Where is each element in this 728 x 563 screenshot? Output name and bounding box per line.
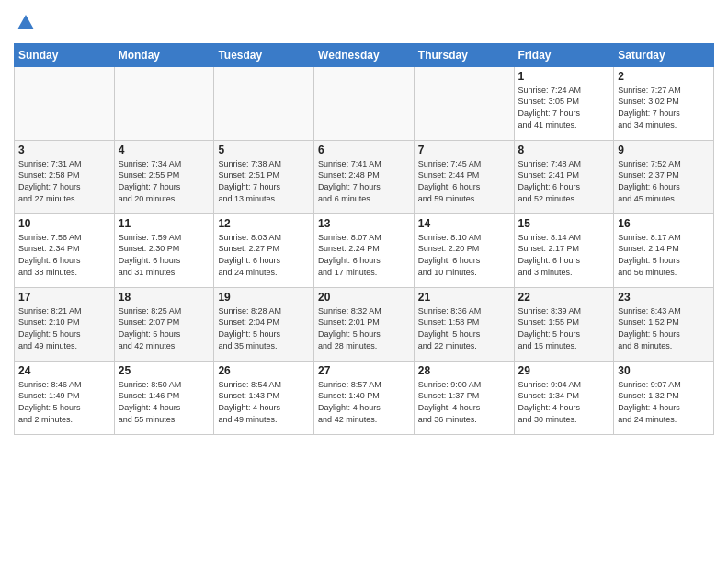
calendar-cell — [214, 66, 314, 140]
calendar-cell: 11Sunrise: 7:59 AM Sunset: 2:30 PM Dayli… — [114, 213, 214, 287]
day-number: 12 — [218, 217, 310, 230]
calendar-cell: 27Sunrise: 8:57 AM Sunset: 1:40 PM Dayli… — [314, 361, 415, 434]
calendar-cell — [414, 66, 514, 140]
day-info: Sunrise: 8:17 AM Sunset: 2:14 PM Dayligh… — [618, 232, 710, 278]
week-row-5: 24Sunrise: 8:46 AM Sunset: 1:49 PM Dayli… — [15, 361, 714, 434]
calendar-cell: 13Sunrise: 8:07 AM Sunset: 2:24 PM Dayli… — [314, 213, 415, 287]
day-info: Sunrise: 8:25 AM Sunset: 2:07 PM Dayligh… — [119, 305, 210, 351]
calendar-cell: 19Sunrise: 8:28 AM Sunset: 2:04 PM Dayli… — [214, 287, 314, 361]
calendar-cell: 15Sunrise: 8:14 AM Sunset: 2:17 PM Dayli… — [514, 213, 614, 287]
day-info: Sunrise: 8:43 AM Sunset: 1:52 PM Dayligh… — [618, 305, 710, 351]
calendar-cell: 22Sunrise: 8:39 AM Sunset: 1:55 PM Dayli… — [514, 287, 614, 361]
logo — [14, 13, 36, 38]
calendar-cell — [15, 66, 115, 140]
calendar-cell: 6Sunrise: 7:41 AM Sunset: 2:48 PM Daylig… — [314, 140, 415, 213]
day-info: Sunrise: 8:32 AM Sunset: 2:01 PM Dayligh… — [318, 305, 410, 351]
day-number: 7 — [418, 144, 510, 156]
calendar-cell: 21Sunrise: 8:36 AM Sunset: 1:58 PM Dayli… — [414, 287, 514, 361]
week-row-2: 3Sunrise: 7:31 AM Sunset: 2:58 PM Daylig… — [15, 140, 714, 213]
week-row-1: 1Sunrise: 7:24 AM Sunset: 3:05 PM Daylig… — [15, 66, 714, 140]
day-number: 17 — [18, 291, 110, 304]
calendar-cell: 1Sunrise: 7:24 AM Sunset: 3:05 PM Daylig… — [514, 66, 614, 140]
day-info: Sunrise: 8:46 AM Sunset: 1:49 PM Dayligh… — [18, 379, 110, 425]
day-number: 15 — [518, 217, 610, 230]
day-info: Sunrise: 9:00 AM Sunset: 1:37 PM Dayligh… — [418, 379, 510, 425]
day-info: Sunrise: 7:59 AM Sunset: 2:30 PM Dayligh… — [119, 232, 210, 278]
day-info: Sunrise: 7:56 AM Sunset: 2:34 PM Dayligh… — [18, 232, 110, 278]
day-info: Sunrise: 8:28 AM Sunset: 2:04 PM Dayligh… — [218, 305, 310, 351]
calendar-cell: 14Sunrise: 8:10 AM Sunset: 2:20 PM Dayli… — [414, 213, 514, 287]
day-number: 18 — [119, 291, 210, 304]
calendar-cell: 23Sunrise: 8:43 AM Sunset: 1:52 PM Dayli… — [614, 287, 714, 361]
header — [14, 9, 714, 38]
calendar-cell: 16Sunrise: 8:17 AM Sunset: 2:14 PM Dayli… — [614, 213, 714, 287]
day-number: 1 — [518, 70, 610, 83]
calendar-cell: 5Sunrise: 7:38 AM Sunset: 2:51 PM Daylig… — [214, 140, 314, 213]
weekday-monday: Monday — [114, 43, 214, 66]
calendar-cell: 8Sunrise: 7:48 AM Sunset: 2:41 PM Daylig… — [514, 140, 614, 213]
day-info: Sunrise: 8:39 AM Sunset: 1:55 PM Dayligh… — [518, 305, 610, 351]
day-number: 13 — [318, 217, 410, 230]
day-info: Sunrise: 7:52 AM Sunset: 2:37 PM Dayligh… — [618, 158, 710, 204]
day-number: 29 — [518, 364, 610, 377]
calendar-cell: 20Sunrise: 8:32 AM Sunset: 2:01 PM Dayli… — [314, 287, 415, 361]
calendar-cell: 12Sunrise: 8:03 AM Sunset: 2:27 PM Dayli… — [214, 213, 314, 287]
day-number: 4 — [119, 144, 210, 156]
day-number: 3 — [18, 144, 110, 156]
calendar-cell — [114, 66, 214, 140]
day-number: 23 — [618, 291, 710, 304]
day-number: 2 — [618, 70, 710, 83]
calendar-cell: 9Sunrise: 7:52 AM Sunset: 2:37 PM Daylig… — [614, 140, 714, 213]
calendar-cell: 24Sunrise: 8:46 AM Sunset: 1:49 PM Dayli… — [15, 361, 115, 434]
day-info: Sunrise: 8:50 AM Sunset: 1:46 PM Dayligh… — [119, 379, 210, 425]
day-info: Sunrise: 9:04 AM Sunset: 1:34 PM Dayligh… — [518, 379, 610, 425]
svg-marker-0 — [17, 15, 34, 29]
week-row-4: 17Sunrise: 8:21 AM Sunset: 2:10 PM Dayli… — [15, 287, 714, 361]
day-number: 9 — [618, 144, 710, 156]
day-number: 6 — [318, 144, 410, 156]
calendar-cell: 28Sunrise: 9:00 AM Sunset: 1:37 PM Dayli… — [414, 361, 514, 434]
day-number: 25 — [119, 364, 210, 377]
day-info: Sunrise: 8:14 AM Sunset: 2:17 PM Dayligh… — [518, 232, 610, 278]
calendar-cell: 29Sunrise: 9:04 AM Sunset: 1:34 PM Dayli… — [514, 361, 614, 434]
day-info: Sunrise: 9:07 AM Sunset: 1:32 PM Dayligh… — [618, 379, 710, 425]
day-number: 26 — [218, 364, 310, 377]
day-info: Sunrise: 8:54 AM Sunset: 1:43 PM Dayligh… — [218, 379, 310, 425]
day-info: Sunrise: 8:57 AM Sunset: 1:40 PM Dayligh… — [318, 379, 410, 425]
day-number: 10 — [18, 217, 110, 230]
day-number: 30 — [618, 364, 710, 377]
calendar-cell: 3Sunrise: 7:31 AM Sunset: 2:58 PM Daylig… — [15, 140, 115, 213]
day-number: 21 — [418, 291, 510, 304]
weekday-saturday: Saturday — [614, 43, 714, 66]
day-number: 16 — [618, 217, 710, 230]
day-number: 19 — [218, 291, 310, 304]
weekday-thursday: Thursday — [414, 43, 514, 66]
weekday-header-row: SundayMondayTuesdayWednesdayThursdayFrid… — [15, 43, 714, 66]
day-info: Sunrise: 8:21 AM Sunset: 2:10 PM Dayligh… — [18, 305, 110, 351]
day-number: 14 — [418, 217, 510, 230]
day-info: Sunrise: 8:36 AM Sunset: 1:58 PM Dayligh… — [418, 305, 510, 351]
weekday-sunday: Sunday — [15, 43, 115, 66]
day-info: Sunrise: 7:27 AM Sunset: 3:02 PM Dayligh… — [618, 85, 710, 131]
day-info: Sunrise: 8:10 AM Sunset: 2:20 PM Dayligh… — [418, 232, 510, 278]
weekday-friday: Friday — [514, 43, 614, 66]
calendar-cell: 10Sunrise: 7:56 AM Sunset: 2:34 PM Dayli… — [15, 213, 115, 287]
day-info: Sunrise: 7:38 AM Sunset: 2:51 PM Dayligh… — [218, 158, 310, 204]
day-info: Sunrise: 7:34 AM Sunset: 2:55 PM Dayligh… — [119, 158, 210, 204]
calendar-cell: 17Sunrise: 8:21 AM Sunset: 2:10 PM Dayli… — [15, 287, 115, 361]
calendar-cell: 25Sunrise: 8:50 AM Sunset: 1:46 PM Dayli… — [114, 361, 214, 434]
day-number: 8 — [518, 144, 610, 156]
calendar-table: SundayMondayTuesdayWednesdayThursdayFrid… — [14, 43, 714, 435]
page-container: SundayMondayTuesdayWednesdayThursdayFrid… — [0, 0, 728, 440]
day-number: 22 — [518, 291, 610, 304]
day-number: 5 — [218, 144, 310, 156]
logo-icon — [16, 13, 36, 33]
day-info: Sunrise: 7:31 AM Sunset: 2:58 PM Dayligh… — [18, 158, 110, 204]
day-info: Sunrise: 8:03 AM Sunset: 2:27 PM Dayligh… — [218, 232, 310, 278]
calendar-cell: 18Sunrise: 8:25 AM Sunset: 2:07 PM Dayli… — [114, 287, 214, 361]
day-info: Sunrise: 7:45 AM Sunset: 2:44 PM Dayligh… — [418, 158, 510, 204]
day-number: 27 — [318, 364, 410, 377]
calendar-cell: 30Sunrise: 9:07 AM Sunset: 1:32 PM Dayli… — [614, 361, 714, 434]
week-row-3: 10Sunrise: 7:56 AM Sunset: 2:34 PM Dayli… — [15, 213, 714, 287]
day-info: Sunrise: 7:24 AM Sunset: 3:05 PM Dayligh… — [518, 85, 610, 131]
